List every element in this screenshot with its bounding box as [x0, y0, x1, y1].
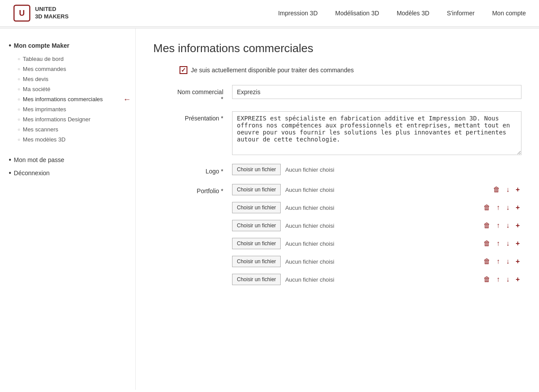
nom-commercial-row: Nom commercial *	[153, 85, 521, 102]
portfolio-choose-file-button-2[interactable]: Choisir un fichier	[232, 202, 281, 213]
portfolio-delete-button-6[interactable]: 🗑	[482, 275, 492, 284]
sidebar-item-mes-commandes[interactable]: Mes commandes	[9, 64, 127, 74]
portfolio-add-button-3[interactable]: +	[514, 221, 521, 230]
portfolio-down-button-4[interactable]: ↓	[504, 239, 511, 248]
nav-impression-3d[interactable]: Impression 3D	[278, 10, 317, 17]
sidebar-item-mes-imprimantes[interactable]: Mes imprimantes	[9, 104, 127, 114]
portfolio-down-button-3[interactable]: ↓	[504, 221, 511, 230]
page-title: Mes informations commerciales	[153, 42, 521, 55]
logo-row: Logo * Choisir un fichier Aucun fichier …	[153, 164, 521, 175]
portfolio-no-file-3: Aucun fichier choisi	[285, 222, 334, 229]
portfolio-choose-file-button-4[interactable]: Choisir un fichier	[232, 238, 281, 249]
page-layout: Mon compte Maker Tableau de bord Mes com…	[0, 28, 539, 390]
portfolio-delete-button-2[interactable]: 🗑	[482, 203, 492, 212]
portfolio-file-row-2: Choisir un fichier Aucun fichier choisi …	[232, 202, 521, 213]
presentation-textarea[interactable]: EXPREZIS est spécialiste en fabrication …	[232, 111, 521, 155]
header: U UNITED 3D MAKERS Impression 3D Modélis…	[0, 0, 539, 27]
nom-commercial-label: Nom commercial *	[153, 85, 223, 102]
sidebar-item-tableau-de-bord[interactable]: Tableau de bord	[9, 54, 127, 64]
portfolio-no-file-1: Aucun fichier choisi	[285, 187, 334, 193]
logo-no-file-label: Aucun fichier choisi	[285, 166, 334, 173]
portfolio-choose-file-button-6[interactable]: Choisir un fichier	[232, 274, 281, 285]
sidebar-maker-items: Tableau de bord Mes commandes Mes devis …	[9, 54, 127, 145]
portfolio-actions-2: 🗑 ↑ ↓ +	[482, 203, 521, 212]
portfolio-choose-file-button-5[interactable]: Choisir un fichier	[232, 256, 281, 267]
portfolio-row-inner-1: Choisir un fichier Aucun fichier choisi	[232, 184, 487, 195]
portfolio-actions-4: 🗑 ↑ ↓ +	[482, 239, 521, 248]
sidebar-item-mes-infos-designer[interactable]: Mes informations Designer	[9, 114, 127, 124]
portfolio-down-button-5[interactable]: ↓	[504, 257, 511, 266]
portfolio-add-button-4[interactable]: +	[514, 239, 521, 248]
portfolio-choose-file-button-1[interactable]: Choisir un fichier	[232, 184, 281, 195]
portfolio-up-button-6[interactable]: ↑	[495, 275, 502, 284]
logo-choose-file-button[interactable]: Choisir un fichier	[232, 164, 281, 175]
portfolio-down-button-1[interactable]: ↓	[504, 185, 511, 194]
portfolio-down-button-2[interactable]: ↓	[504, 203, 511, 212]
portfolio-file-row-6: Choisir un fichier Aucun fichier choisi …	[232, 274, 521, 285]
logo-area: U UNITED 3D MAKERS	[13, 4, 69, 22]
nav-modelisation-3d[interactable]: Modélisation 3D	[335, 10, 379, 17]
portfolio-add-button-6[interactable]: +	[514, 275, 521, 284]
portfolio-down-button-6[interactable]: ↓	[504, 275, 511, 284]
main-content: Mes informations commerciales ✓ Je suis …	[136, 28, 539, 390]
sidebar: Mon compte Maker Tableau de bord Mes com…	[0, 28, 136, 390]
portfolio-actions-5: 🗑 ↑ ↓ +	[482, 257, 521, 266]
portfolio-add-button-5[interactable]: +	[514, 257, 521, 266]
portfolio-file-row-4: Choisir un fichier Aucun fichier choisi …	[232, 238, 521, 249]
sidebar-item-mes-modeles-3d[interactable]: Mes modèles 3D	[9, 134, 127, 145]
sidebar-item-deconnexion[interactable]: Déconnexion	[9, 166, 127, 180]
portfolio-no-file-5: Aucun fichier choisi	[285, 258, 334, 265]
portfolio-no-file-4: Aucun fichier choisi	[285, 240, 334, 247]
portfolio-no-file-2: Aucun fichier choisi	[285, 205, 334, 211]
portfolio-up-button-5[interactable]: ↑	[495, 257, 502, 266]
portfolio-file-row-1: Choisir un fichier Aucun fichier choisi …	[232, 184, 521, 195]
portfolio-actions-6: 🗑 ↑ ↓ +	[482, 275, 521, 284]
logo-label: Logo *	[153, 164, 223, 175]
logo-text: UNITED 3D MAKERS	[35, 6, 69, 21]
logo-icon: U	[13, 4, 31, 22]
portfolio-row-inner-4: Choisir un fichier Aucun fichier choisi	[232, 238, 477, 249]
portfolio-row-container: Portfolio * Choisir un fichier Aucun fic…	[153, 184, 521, 292]
availability-checkbox-row: ✓ Je suis actuellement disponible pour t…	[180, 66, 521, 74]
presentation-label: Présentation *	[153, 111, 223, 122]
nom-commercial-input[interactable]	[232, 85, 521, 99]
availability-label: Je suis actuellement disponible pour tra…	[191, 67, 354, 74]
portfolio-row-inner-5: Choisir un fichier Aucun fichier choisi	[232, 256, 477, 267]
portfolio-row-inner-3: Choisir un fichier Aucun fichier choisi	[232, 220, 477, 231]
sidebar-item-mon-mot-de-passe[interactable]: Mon mot de passe	[9, 153, 127, 166]
portfolio-no-file-6: Aucun fichier choisi	[285, 276, 334, 283]
active-arrow: ←	[123, 95, 131, 104]
sidebar-maker-title: Mon compte Maker	[9, 42, 127, 49]
portfolio-file-row-3: Choisir un fichier Aucun fichier choisi …	[232, 220, 521, 231]
portfolio-delete-button-1[interactable]: 🗑	[491, 185, 502, 194]
nav-mon-compte[interactable]: Mon compte	[492, 10, 526, 17]
svg-text:U: U	[19, 9, 25, 18]
logo-file-row: Choisir un fichier Aucun fichier choisi	[232, 164, 334, 175]
portfolio-label: Portfolio *	[153, 184, 223, 194]
portfolio-files: Choisir un fichier Aucun fichier choisi …	[232, 184, 521, 292]
portfolio-row-inner-2: Choisir un fichier Aucun fichier choisi	[232, 202, 477, 213]
portfolio-up-button-3[interactable]: ↑	[495, 221, 502, 230]
portfolio-actions-1: 🗑 ↓ +	[491, 185, 521, 194]
portfolio-row-inner-6: Choisir un fichier Aucun fichier choisi	[232, 274, 477, 285]
availability-checkbox[interactable]: ✓	[180, 66, 187, 74]
sidebar-item-mes-scanners[interactable]: Mes scanners	[9, 124, 127, 134]
portfolio-up-button-4[interactable]: ↑	[495, 239, 502, 248]
commercial-info-form: ✓ Je suis actuellement disponible pour t…	[153, 66, 521, 292]
portfolio-delete-button-5[interactable]: 🗑	[482, 257, 492, 266]
sidebar-item-mes-infos-commerciales[interactable]: Mes informations commerciales ←	[9, 94, 127, 104]
sidebar-item-mes-devis[interactable]: Mes devis	[9, 74, 127, 84]
portfolio-add-button-1[interactable]: +	[514, 185, 521, 194]
nav-sinformer[interactable]: S'informer	[447, 10, 475, 17]
checkbox-checkmark: ✓	[181, 67, 186, 74]
portfolio-file-row-5: Choisir un fichier Aucun fichier choisi …	[232, 256, 521, 267]
portfolio-choose-file-button-3[interactable]: Choisir un fichier	[232, 220, 281, 231]
presentation-row: Présentation * EXPREZIS est spécialiste …	[153, 111, 521, 155]
portfolio-add-button-2[interactable]: +	[514, 203, 521, 212]
portfolio-delete-button-3[interactable]: 🗑	[482, 221, 492, 230]
sidebar-item-ma-societe[interactable]: Ma société	[9, 84, 127, 94]
portfolio-up-button-2[interactable]: ↑	[495, 203, 502, 212]
nav-modeles-3d[interactable]: Modèles 3D	[397, 10, 430, 17]
main-nav: Impression 3D Modélisation 3D Modèles 3D…	[278, 10, 526, 17]
portfolio-delete-button-4[interactable]: 🗑	[482, 239, 492, 248]
